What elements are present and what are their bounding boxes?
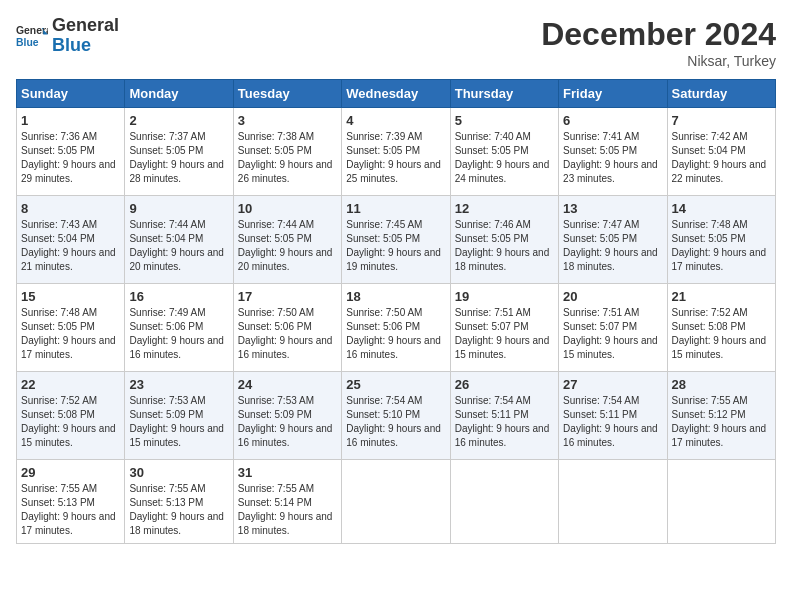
page-header: General Blue General Blue December 2024 … (16, 16, 776, 69)
header-friday: Friday (559, 80, 667, 108)
calendar-cell: 3 Sunrise: 7:38 AMSunset: 5:05 PMDayligh… (233, 108, 341, 196)
location-subtitle: Niksar, Turkey (541, 53, 776, 69)
calendar-cell: 12 Sunrise: 7:46 AMSunset: 5:05 PMDaylig… (450, 196, 558, 284)
calendar-cell: 15 Sunrise: 7:48 AMSunset: 5:05 PMDaylig… (17, 284, 125, 372)
month-title: December 2024 (541, 16, 776, 53)
calendar-cell: 20 Sunrise: 7:51 AMSunset: 5:07 PMDaylig… (559, 284, 667, 372)
calendar-cell: 7 Sunrise: 7:42 AMSunset: 5:04 PMDayligh… (667, 108, 775, 196)
calendar-cell: 2 Sunrise: 7:37 AMSunset: 5:05 PMDayligh… (125, 108, 233, 196)
calendar-cell: 13 Sunrise: 7:47 AMSunset: 5:05 PMDaylig… (559, 196, 667, 284)
logo: General Blue General Blue (16, 16, 119, 56)
logo-icon: General Blue (16, 20, 48, 52)
svg-text:Blue: Blue (16, 36, 39, 47)
header-tuesday: Tuesday (233, 80, 341, 108)
calendar-cell: 25 Sunrise: 7:54 AMSunset: 5:10 PMDaylig… (342, 372, 450, 460)
calendar-cell: 18 Sunrise: 7:50 AMSunset: 5:06 PMDaylig… (342, 284, 450, 372)
header-thursday: Thursday (450, 80, 558, 108)
calendar-cell: 28 Sunrise: 7:55 AMSunset: 5:12 PMDaylig… (667, 372, 775, 460)
calendar-cell: 8 Sunrise: 7:43 AMSunset: 5:04 PMDayligh… (17, 196, 125, 284)
logo-general: General (52, 16, 119, 36)
calendar-cell: 17 Sunrise: 7:50 AMSunset: 5:06 PMDaylig… (233, 284, 341, 372)
calendar-week-3: 15 Sunrise: 7:48 AMSunset: 5:05 PMDaylig… (17, 284, 776, 372)
calendar-header-row: SundayMondayTuesdayWednesdayThursdayFrid… (17, 80, 776, 108)
header-saturday: Saturday (667, 80, 775, 108)
calendar-cell (559, 460, 667, 544)
calendar-cell: 23 Sunrise: 7:53 AMSunset: 5:09 PMDaylig… (125, 372, 233, 460)
calendar-table: SundayMondayTuesdayWednesdayThursdayFrid… (16, 79, 776, 544)
calendar-cell: 31 Sunrise: 7:55 AMSunset: 5:14 PMDaylig… (233, 460, 341, 544)
calendar-cell: 1 Sunrise: 7:36 AMSunset: 5:05 PMDayligh… (17, 108, 125, 196)
calendar-cell (450, 460, 558, 544)
calendar-cell: 16 Sunrise: 7:49 AMSunset: 5:06 PMDaylig… (125, 284, 233, 372)
calendar-cell: 29 Sunrise: 7:55 AMSunset: 5:13 PMDaylig… (17, 460, 125, 544)
calendar-cell: 24 Sunrise: 7:53 AMSunset: 5:09 PMDaylig… (233, 372, 341, 460)
calendar-cell: 6 Sunrise: 7:41 AMSunset: 5:05 PMDayligh… (559, 108, 667, 196)
calendar-cell (342, 460, 450, 544)
calendar-cell: 21 Sunrise: 7:52 AMSunset: 5:08 PMDaylig… (667, 284, 775, 372)
header-wednesday: Wednesday (342, 80, 450, 108)
calendar-cell: 4 Sunrise: 7:39 AMSunset: 5:05 PMDayligh… (342, 108, 450, 196)
title-block: December 2024 Niksar, Turkey (541, 16, 776, 69)
calendar-cell: 10 Sunrise: 7:44 AMSunset: 5:05 PMDaylig… (233, 196, 341, 284)
calendar-cell: 26 Sunrise: 7:54 AMSunset: 5:11 PMDaylig… (450, 372, 558, 460)
calendar-cell: 27 Sunrise: 7:54 AMSunset: 5:11 PMDaylig… (559, 372, 667, 460)
calendar-cell: 5 Sunrise: 7:40 AMSunset: 5:05 PMDayligh… (450, 108, 558, 196)
calendar-cell (667, 460, 775, 544)
calendar-cell: 14 Sunrise: 7:48 AMSunset: 5:05 PMDaylig… (667, 196, 775, 284)
calendar-week-5: 29 Sunrise: 7:55 AMSunset: 5:13 PMDaylig… (17, 460, 776, 544)
calendar-week-2: 8 Sunrise: 7:43 AMSunset: 5:04 PMDayligh… (17, 196, 776, 284)
calendar-cell: 19 Sunrise: 7:51 AMSunset: 5:07 PMDaylig… (450, 284, 558, 372)
calendar-cell: 9 Sunrise: 7:44 AMSunset: 5:04 PMDayligh… (125, 196, 233, 284)
calendar-cell: 11 Sunrise: 7:45 AMSunset: 5:05 PMDaylig… (342, 196, 450, 284)
logo-blue: Blue (52, 36, 119, 56)
calendar-cell: 22 Sunrise: 7:52 AMSunset: 5:08 PMDaylig… (17, 372, 125, 460)
header-sunday: Sunday (17, 80, 125, 108)
calendar-week-1: 1 Sunrise: 7:36 AMSunset: 5:05 PMDayligh… (17, 108, 776, 196)
header-monday: Monday (125, 80, 233, 108)
calendar-cell: 30 Sunrise: 7:55 AMSunset: 5:13 PMDaylig… (125, 460, 233, 544)
calendar-week-4: 22 Sunrise: 7:52 AMSunset: 5:08 PMDaylig… (17, 372, 776, 460)
